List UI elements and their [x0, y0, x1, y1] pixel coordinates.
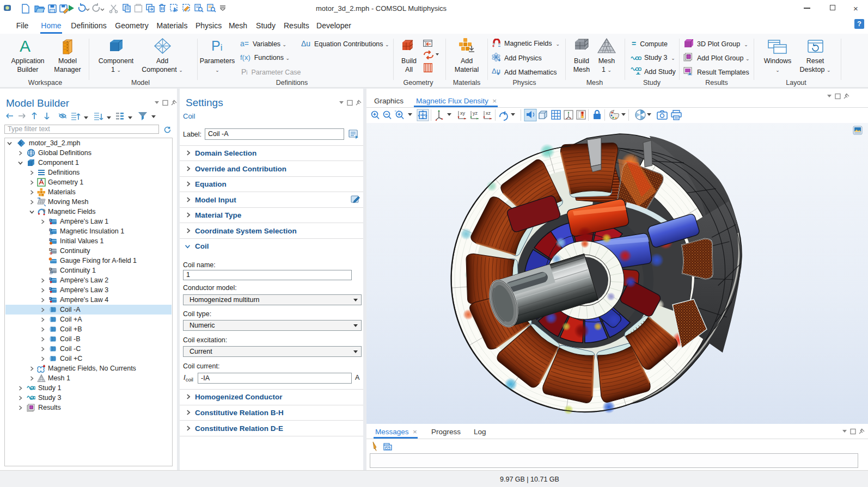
svg-text:yz: yz: [473, 110, 478, 116]
svg-text:xz: xz: [486, 110, 491, 116]
svg-text:xy: xy: [460, 110, 466, 116]
